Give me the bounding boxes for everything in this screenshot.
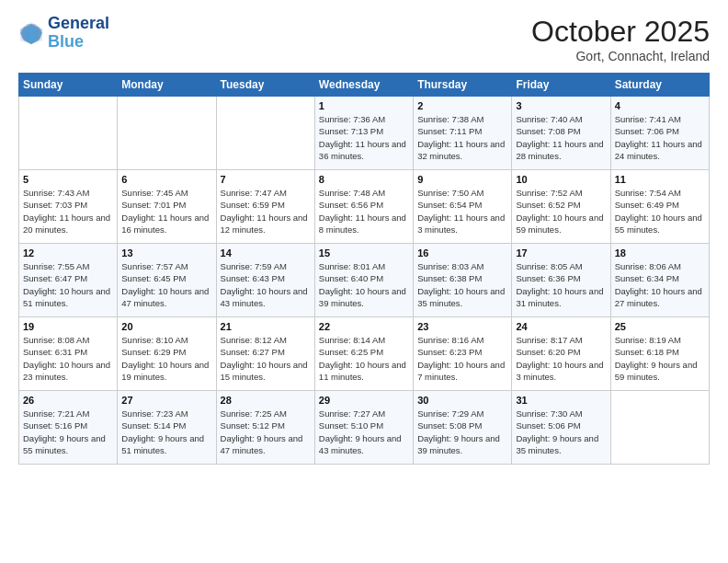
day-number: 2	[417, 100, 507, 111]
day-cell: 26Sunrise: 7:21 AM Sunset: 5:16 PM Dayli…	[19, 391, 118, 465]
day-info: Sunrise: 7:52 AM Sunset: 6:52 PM Dayligh…	[516, 187, 606, 236]
header-wednesday: Wednesday	[314, 74, 413, 97]
day-info: Sunrise: 8:17 AM Sunset: 6:20 PM Dayligh…	[516, 334, 606, 383]
location: Gort, Connacht, Ireland	[531, 49, 710, 63]
day-cell: 27Sunrise: 7:23 AM Sunset: 5:14 PM Dayli…	[118, 391, 216, 465]
header-tuesday: Tuesday	[216, 74, 314, 97]
day-cell: 23Sunrise: 8:16 AM Sunset: 6:23 PM Dayli…	[414, 317, 512, 391]
day-cell: 21Sunrise: 8:12 AM Sunset: 6:27 PM Dayli…	[216, 317, 314, 391]
day-cell	[216, 97, 314, 170]
day-info: Sunrise: 8:05 AM Sunset: 6:36 PM Dayligh…	[516, 260, 606, 309]
day-cell	[118, 97, 216, 170]
day-number: 15	[319, 247, 409, 259]
day-cell: 14Sunrise: 7:59 AM Sunset: 6:43 PM Dayli…	[216, 244, 314, 317]
header: General Blue October 2025 Gort, Connacht…	[18, 15, 710, 63]
day-number: 24	[516, 321, 606, 332]
day-number: 25	[615, 321, 705, 332]
header-saturday: Saturday	[610, 74, 709, 97]
day-cell: 8Sunrise: 7:48 AM Sunset: 6:56 PM Daylig…	[314, 170, 413, 244]
day-info: Sunrise: 7:48 AM Sunset: 6:56 PM Dayligh…	[319, 187, 409, 236]
calendar-table: Sunday Monday Tuesday Wednesday Thursday…	[18, 73, 710, 465]
day-info: Sunrise: 8:10 AM Sunset: 6:29 PM Dayligh…	[121, 334, 211, 383]
day-number: 17	[516, 247, 606, 259]
day-info: Sunrise: 7:23 AM Sunset: 5:14 PM Dayligh…	[121, 408, 211, 456]
calendar-header: Sunday Monday Tuesday Wednesday Thursday…	[19, 74, 710, 97]
day-number: 29	[319, 395, 409, 406]
logo: General Blue	[18, 15, 109, 52]
day-number: 18	[615, 247, 705, 259]
day-info: Sunrise: 7:47 AM Sunset: 6:59 PM Dayligh…	[221, 187, 311, 236]
day-info: Sunrise: 7:29 AM Sunset: 5:08 PM Dayligh…	[417, 408, 507, 456]
day-number: 1	[319, 100, 409, 111]
day-info: Sunrise: 8:16 AM Sunset: 6:23 PM Dayligh…	[417, 334, 507, 383]
day-number: 5	[23, 174, 113, 185]
day-cell: 25Sunrise: 8:19 AM Sunset: 6:18 PM Dayli…	[610, 317, 709, 391]
day-cell: 5Sunrise: 7:43 AM Sunset: 7:03 PM Daylig…	[19, 170, 118, 244]
day-cell: 12Sunrise: 7:55 AM Sunset: 6:47 PM Dayli…	[19, 244, 118, 317]
day-cell: 3Sunrise: 7:40 AM Sunset: 7:08 PM Daylig…	[512, 97, 610, 170]
day-number: 9	[417, 174, 507, 185]
day-cell: 1Sunrise: 7:36 AM Sunset: 7:13 PM Daylig…	[314, 97, 413, 170]
day-info: Sunrise: 7:57 AM Sunset: 6:45 PM Dayligh…	[121, 260, 211, 309]
day-cell: 7Sunrise: 7:47 AM Sunset: 6:59 PM Daylig…	[216, 170, 314, 244]
day-info: Sunrise: 8:01 AM Sunset: 6:40 PM Dayligh…	[319, 260, 409, 309]
day-number: 23	[417, 321, 507, 332]
day-number: 20	[121, 321, 211, 332]
day-cell: 16Sunrise: 8:03 AM Sunset: 6:38 PM Dayli…	[414, 244, 512, 317]
calendar-body: 1Sunrise: 7:36 AM Sunset: 7:13 PM Daylig…	[19, 97, 710, 465]
month-title: October 2025	[531, 15, 710, 49]
day-info: Sunrise: 8:08 AM Sunset: 6:31 PM Dayligh…	[23, 334, 113, 383]
day-number: 31	[516, 395, 606, 406]
day-info: Sunrise: 7:41 AM Sunset: 7:06 PM Dayligh…	[615, 113, 705, 162]
day-cell: 2Sunrise: 7:38 AM Sunset: 7:11 PM Daylig…	[414, 97, 512, 170]
day-cell: 19Sunrise: 8:08 AM Sunset: 6:31 PM Dayli…	[19, 317, 118, 391]
week-row-0: 1Sunrise: 7:36 AM Sunset: 7:13 PM Daylig…	[19, 97, 710, 170]
day-info: Sunrise: 8:03 AM Sunset: 6:38 PM Dayligh…	[417, 260, 507, 309]
logo-text: General Blue	[48, 15, 109, 52]
day-info: Sunrise: 8:14 AM Sunset: 6:25 PM Dayligh…	[319, 334, 409, 383]
day-number: 6	[121, 174, 211, 185]
day-info: Sunrise: 7:27 AM Sunset: 5:10 PM Dayligh…	[319, 408, 409, 456]
title-area: October 2025 Gort, Connacht, Ireland	[531, 15, 710, 63]
day-number: 16	[417, 247, 507, 259]
week-row-1: 5Sunrise: 7:43 AM Sunset: 7:03 PM Daylig…	[19, 170, 710, 244]
header-thursday: Thursday	[414, 74, 512, 97]
day-cell: 28Sunrise: 7:25 AM Sunset: 5:12 PM Dayli…	[216, 391, 314, 465]
day-cell: 18Sunrise: 8:06 AM Sunset: 6:34 PM Dayli…	[610, 244, 709, 317]
day-info: Sunrise: 8:06 AM Sunset: 6:34 PM Dayligh…	[615, 260, 705, 309]
day-info: Sunrise: 7:50 AM Sunset: 6:54 PM Dayligh…	[417, 187, 507, 236]
day-number: 26	[23, 395, 113, 406]
header-sunday: Sunday	[19, 74, 118, 97]
day-info: Sunrise: 7:45 AM Sunset: 7:01 PM Dayligh…	[121, 187, 211, 236]
day-cell: 15Sunrise: 8:01 AM Sunset: 6:40 PM Dayli…	[314, 244, 413, 317]
day-cell: 17Sunrise: 8:05 AM Sunset: 6:36 PM Dayli…	[512, 244, 610, 317]
day-cell: 6Sunrise: 7:45 AM Sunset: 7:01 PM Daylig…	[118, 170, 216, 244]
day-cell: 9Sunrise: 7:50 AM Sunset: 6:54 PM Daylig…	[414, 170, 512, 244]
day-info: Sunrise: 7:25 AM Sunset: 5:12 PM Dayligh…	[221, 408, 311, 456]
day-info: Sunrise: 7:55 AM Sunset: 6:47 PM Dayligh…	[23, 260, 113, 309]
day-number: 7	[221, 174, 311, 185]
day-number: 4	[615, 100, 705, 111]
day-number: 10	[516, 174, 606, 185]
day-number: 28	[221, 395, 311, 406]
header-monday: Monday	[118, 74, 216, 97]
day-cell: 29Sunrise: 7:27 AM Sunset: 5:10 PM Dayli…	[314, 391, 413, 465]
day-cell: 10Sunrise: 7:52 AM Sunset: 6:52 PM Dayli…	[512, 170, 610, 244]
header-row: Sunday Monday Tuesday Wednesday Thursday…	[19, 74, 710, 97]
day-number: 21	[221, 321, 311, 332]
day-cell	[19, 97, 118, 170]
day-number: 11	[615, 174, 705, 185]
day-info: Sunrise: 8:12 AM Sunset: 6:27 PM Dayligh…	[221, 334, 311, 383]
day-cell: 30Sunrise: 7:29 AM Sunset: 5:08 PM Dayli…	[414, 391, 512, 465]
day-number: 19	[23, 321, 113, 332]
week-row-3: 19Sunrise: 8:08 AM Sunset: 6:31 PM Dayli…	[19, 317, 710, 391]
day-info: Sunrise: 7:54 AM Sunset: 6:49 PM Dayligh…	[615, 187, 705, 236]
day-cell	[610, 391, 709, 465]
day-cell: 13Sunrise: 7:57 AM Sunset: 6:45 PM Dayli…	[118, 244, 216, 317]
day-info: Sunrise: 7:21 AM Sunset: 5:16 PM Dayligh…	[23, 408, 113, 456]
day-number: 30	[417, 395, 507, 406]
day-info: Sunrise: 7:30 AM Sunset: 5:06 PM Dayligh…	[516, 408, 606, 456]
day-cell: 24Sunrise: 8:17 AM Sunset: 6:20 PM Dayli…	[512, 317, 610, 391]
day-cell: 20Sunrise: 8:10 AM Sunset: 6:29 PM Dayli…	[118, 317, 216, 391]
week-row-4: 26Sunrise: 7:21 AM Sunset: 5:16 PM Dayli…	[19, 391, 710, 465]
